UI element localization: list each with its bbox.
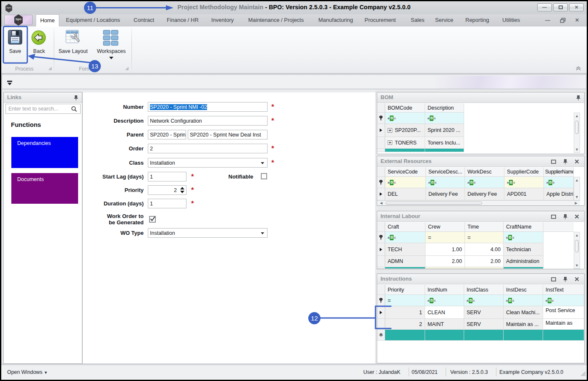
svg-text:u: u [18,21,19,24]
